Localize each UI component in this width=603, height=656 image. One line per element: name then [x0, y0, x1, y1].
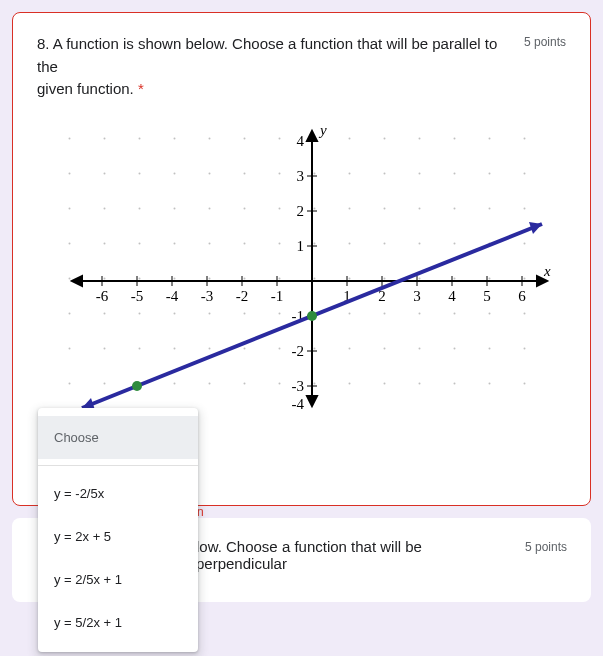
- svg-text:4: 4: [296, 133, 304, 149]
- svg-point-52: [132, 381, 142, 391]
- svg-text:-4: -4: [165, 288, 178, 304]
- question-text-line1: 8. A function is shown below. Choose a f…: [37, 35, 497, 75]
- dropdown-option-1[interactable]: y = 2x + 5: [38, 515, 198, 558]
- svg-point-53: [307, 311, 317, 321]
- question-text: 8. A function is shown below. Choose a f…: [37, 33, 512, 101]
- svg-text:3: 3: [296, 168, 304, 184]
- svg-text:-2: -2: [291, 343, 304, 359]
- graph-image: -6 -5 -4 -3 -2 -1 1 2 3 4 5 6: [37, 121, 566, 415]
- dropdown-option-placeholder[interactable]: Choose: [38, 416, 198, 459]
- required-asterisk: *: [138, 80, 144, 97]
- svg-text:-4: -4: [291, 396, 304, 411]
- svg-text:-6: -6: [95, 288, 108, 304]
- svg-text:6: 6: [518, 288, 526, 304]
- dropdown-divider: [38, 465, 198, 466]
- points-label: 5 points: [524, 35, 566, 49]
- svg-text:x: x: [543, 263, 551, 279]
- coordinate-graph: -6 -5 -4 -3 -2 -1 1 2 3 4 5 6: [52, 121, 552, 411]
- dropdown-menu: Choose y = -2/5x y = 2x + 5 y = 2/5x + 1…: [38, 408, 198, 626]
- svg-text:y: y: [318, 122, 327, 138]
- dropdown-option-2[interactable]: y = 2/5x + 1: [38, 558, 198, 601]
- dropdown-option-0[interactable]: y = -2/5x: [38, 472, 198, 515]
- svg-text:-2: -2: [235, 288, 248, 304]
- question-header: 8. A function is shown below. Choose a f…: [37, 33, 566, 101]
- svg-text:-3: -3: [291, 378, 304, 394]
- svg-text:3: 3: [413, 288, 421, 304]
- svg-text:1: 1: [296, 238, 304, 254]
- svg-text:2: 2: [296, 203, 304, 219]
- svg-text:-1: -1: [270, 288, 283, 304]
- question-text-line2: given function.: [37, 80, 138, 97]
- svg-text:-5: -5: [130, 288, 143, 304]
- svg-text:5: 5: [483, 288, 491, 304]
- svg-text:-3: -3: [200, 288, 213, 304]
- error-hint-fragment: n: [197, 505, 204, 519]
- points-label: 5 points: [525, 540, 567, 554]
- dropdown-option-3[interactable]: y = 5/2x + 1: [38, 601, 198, 626]
- svg-text:4: 4: [448, 288, 456, 304]
